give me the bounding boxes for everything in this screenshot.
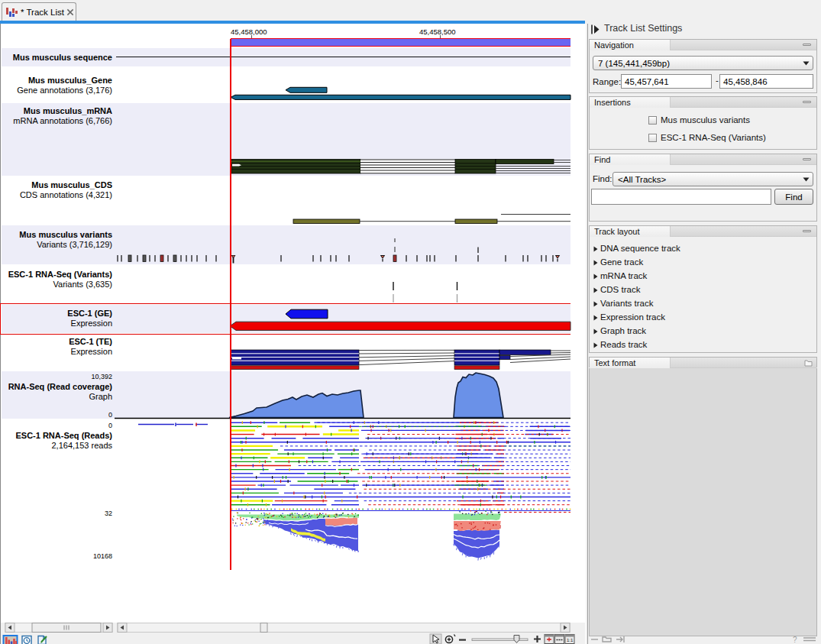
svg-text:?: ?	[793, 636, 797, 644]
svg-text:1:1: 1:1	[567, 638, 574, 642]
